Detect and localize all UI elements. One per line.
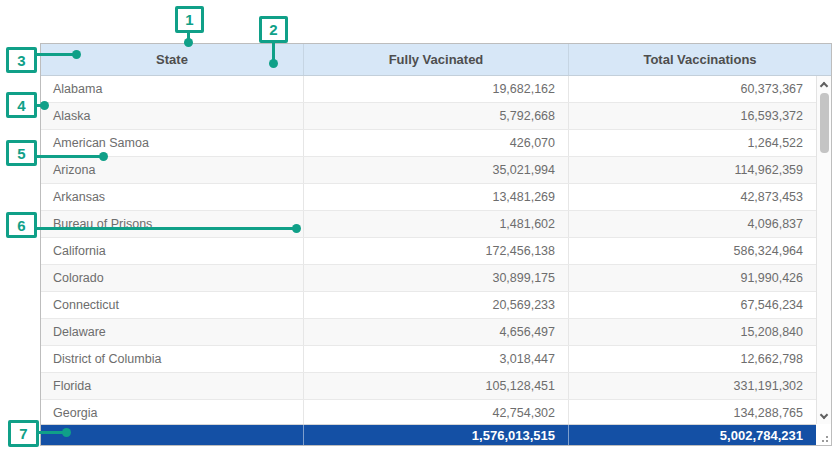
cell-state: Florida [41,373,303,399]
callout-6: 6 [6,212,37,238]
table-row[interactable]: California172,456,138586,324,964 [41,238,816,265]
callout-2: 2 [259,16,288,43]
callout-number: 3 [17,52,25,69]
column-header-state[interactable]: State [41,44,303,75]
cell-fully-vaccinated: 35,021,994 [303,157,568,183]
vaccination-table: State Fully Vacinated Total Vaccinations… [40,43,832,446]
cell-total-vaccinations: 331,191,302 [568,373,816,399]
scrollbar-thumb[interactable] [820,93,829,153]
resize-grip[interactable] [816,424,831,445]
cell-fully-vaccinated: 105,128,451 [303,373,568,399]
cell-fully-vaccinated: 426,070 [303,130,568,156]
cell-state: Delaware [41,319,303,345]
callout-number: 2 [269,21,277,38]
table-row[interactable]: Colorado30,899,17591,990,426 [41,265,816,292]
callout-4-dot [40,101,49,110]
cell-state: Colorado [41,265,303,291]
summary-row: 1,576,013,515 5,002,784,231 [41,424,816,445]
table-row[interactable]: Delaware4,656,49715,208,840 [41,319,816,346]
callout-5-dot [99,152,108,161]
cell-total-vaccinations: 15,208,840 [568,319,816,345]
callout-number: 4 [17,97,25,114]
cell-total-vaccinations: 4,096,837 [568,211,816,237]
callout-4: 4 [6,92,37,118]
cell-state: Arizona [41,157,303,183]
cell-fully-vaccinated: 20,569,233 [303,292,568,318]
callout-number: 5 [17,145,25,162]
callout-number: 7 [19,425,27,442]
cell-total-vaccinations: 114,962,359 [568,157,816,183]
cell-fully-vaccinated: 1,481,602 [303,211,568,237]
table-body: Alabama19,682,16260,373,367Alaska5,792,6… [41,76,816,425]
cell-state: Arkansas [41,184,303,210]
summary-cell-state [41,425,303,445]
chevron-up-icon[interactable] [820,82,828,90]
table-row[interactable]: Alaska5,792,66816,593,372 [41,103,816,130]
callout-1-dot [184,38,193,47]
table-row[interactable]: Florida105,128,451331,191,302 [41,373,816,400]
callout-7-dot [62,428,71,437]
cell-state: Alaska [41,103,303,129]
table-row[interactable]: District of Columbia3,018,44712,662,798 [41,346,816,373]
cell-state: California [41,238,303,264]
table-row[interactable]: Bureau of Prisons1,481,6024,096,837 [41,211,816,238]
table-header-row: State Fully Vacinated Total Vaccinations [41,44,831,76]
callout-6-dot [292,224,301,233]
cell-fully-vaccinated: 42,754,302 [303,400,568,425]
cell-fully-vaccinated: 172,456,138 [303,238,568,264]
cell-state: District of Columbia [41,346,303,372]
callout-number: 1 [185,11,193,28]
cell-state: American Samoa [41,130,303,156]
cell-fully-vaccinated: 13,481,269 [303,184,568,210]
table-row[interactable]: Georgia42,754,302134,288,765 [41,400,816,425]
chevron-down-icon[interactable] [820,411,828,419]
callout-number: 6 [17,217,25,234]
callout-6-connector [37,227,295,230]
table-row[interactable]: Arkansas13,481,26942,873,453 [41,184,816,211]
cell-state: Connecticut [41,292,303,318]
cell-total-vaccinations: 134,288,765 [568,400,816,425]
cell-total-vaccinations: 16,593,372 [568,103,816,129]
cell-total-vaccinations: 91,990,426 [568,265,816,291]
callout-3: 3 [6,47,37,73]
callout-1: 1 [175,6,204,33]
summary-cell-fully-vaccinated: 1,576,013,515 [303,425,568,445]
cell-fully-vaccinated: 19,682,162 [303,76,568,102]
cell-state: Bureau of Prisons [41,211,303,237]
cell-fully-vaccinated: 3,018,447 [303,346,568,372]
cell-total-vaccinations: 42,873,453 [568,184,816,210]
cell-total-vaccinations: 586,324,964 [568,238,816,264]
cell-state: Georgia [41,400,303,425]
cell-fully-vaccinated: 4,656,497 [303,319,568,345]
column-header-fully-vaccinated[interactable]: Fully Vacinated [303,44,568,75]
annotated-table-screenshot: State Fully Vacinated Total Vaccinations… [0,0,833,453]
callout-3-connector [37,53,75,56]
table-row[interactable]: Arizona35,021,994114,962,359 [41,157,816,184]
callout-3-dot [72,50,81,59]
cell-total-vaccinations: 12,662,798 [568,346,816,372]
cell-fully-vaccinated: 30,899,175 [303,265,568,291]
summary-cell-total-vaccinations: 5,002,784,231 [568,425,816,445]
table-row[interactable]: American Samoa426,0701,264,522 [41,130,816,157]
cell-state: Alabama [41,76,303,102]
cell-fully-vaccinated: 5,792,668 [303,103,568,129]
table-row[interactable]: Connecticut20,569,23367,546,234 [41,292,816,319]
callout-2-dot [269,59,278,68]
table-row[interactable]: Alabama19,682,16260,373,367 [41,76,816,103]
cell-total-vaccinations: 1,264,522 [568,130,816,156]
column-header-total-vaccinations[interactable]: Total Vaccinations [568,44,831,75]
cell-total-vaccinations: 67,546,234 [568,292,816,318]
callout-7: 7 [8,420,39,447]
cell-total-vaccinations: 60,373,367 [568,76,816,102]
callout-5-connector [37,155,101,158]
callout-5: 5 [6,140,37,166]
vertical-scrollbar[interactable] [816,76,831,425]
